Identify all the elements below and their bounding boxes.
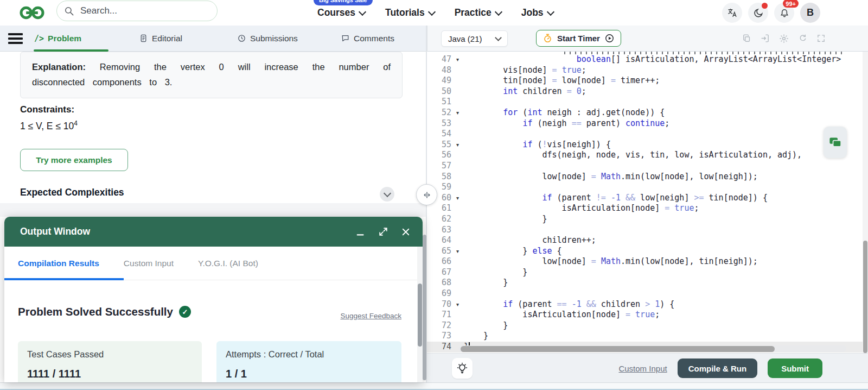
- search-bar[interactable]: [56, 1, 218, 21]
- hamburger-menu[interactable]: [8, 33, 23, 44]
- code-line-52[interactable]: 52▾ for (int neigh : adj.get(node)) {: [427, 108, 868, 118]
- fold-spacer: [451, 214, 464, 225]
- code-line-64[interactable]: 64 children++;: [427, 235, 868, 246]
- line-number: 55: [427, 140, 451, 150]
- code-line-61[interactable]: 61 isArticulation[node] = true;: [427, 203, 868, 214]
- constraints-label: Constraints:: [20, 104, 74, 115]
- code-line-57[interactable]: 57: [427, 161, 868, 172]
- line-number: 65: [427, 246, 451, 257]
- code-line-73[interactable]: 73 }: [427, 331, 868, 342]
- compile-run-button[interactable]: Compile & Run: [678, 358, 758, 378]
- fold-spacer: [451, 76, 464, 86]
- fold-spacer: [451, 320, 464, 331]
- code-line-68[interactable]: 68 }: [427, 278, 868, 288]
- line-number: 68: [427, 278, 451, 288]
- editor-vscroll-track[interactable]: [863, 52, 868, 353]
- panel-resize-handle[interactable]: [416, 184, 437, 205]
- code-editor[interactable]: 47▾ boolean[] isArticulation, ArrayList<…: [427, 52, 868, 353]
- code-line-63[interactable]: 63: [427, 225, 868, 236]
- code-line-56[interactable]: 56 dfs(neigh, node, vis, tin, low, isArt…: [427, 150, 868, 161]
- editor-hscroll-thumb[interactable]: [461, 346, 775, 352]
- fold-spacer: [451, 225, 464, 236]
- clock-icon: [237, 34, 246, 43]
- line-number: 74: [427, 342, 451, 353]
- code-line-60[interactable]: 60▾ if (parent != -1 && low[neigh] >= ti…: [427, 193, 868, 204]
- left-panel-scrollbar[interactable]: [423, 235, 426, 380]
- gfg-logo[interactable]: [18, 2, 46, 24]
- expected-complexities-heading: Expected Complexities: [20, 187, 124, 198]
- notifications-button[interactable]: 99+: [774, 3, 794, 23]
- fold-arrow-icon[interactable]: ▾: [451, 140, 464, 150]
- line-number: 52: [427, 108, 451, 118]
- code-line-70[interactable]: 70▾ if (parent == -1 && children > 1) {: [427, 299, 868, 310]
- reset-code-icon[interactable]: [798, 34, 807, 43]
- translate-icon[interactable]: [722, 3, 742, 23]
- expected-complexities-toggle[interactable]: [380, 187, 394, 202]
- output-active-tab-underline: [4, 278, 124, 280]
- code-line-62[interactable]: 62 }: [427, 214, 868, 225]
- code-line-49[interactable]: 49 tin[node] = low[node] = timer++;: [427, 76, 868, 86]
- output-scrollbar-thumb[interactable]: [418, 284, 422, 347]
- output-window-header[interactable]: Output Window: [4, 217, 423, 247]
- expand-icon[interactable]: [378, 227, 388, 237]
- output-tab-custom-input[interactable]: Custom Input: [124, 259, 174, 268]
- nav-item-courses[interactable]: Courses: [317, 7, 365, 18]
- nav-item-jobs[interactable]: Jobs: [521, 7, 553, 18]
- suggest-feedback-link[interactable]: Suggest Feedback: [340, 312, 401, 320]
- fold-arrow-icon[interactable]: ▾: [451, 54, 464, 65]
- copy-code-icon[interactable]: [742, 34, 751, 43]
- doc-icon: [139, 34, 148, 43]
- settings-gear-icon[interactable]: [779, 34, 789, 43]
- start-timer-button[interactable]: Start Timer: [536, 30, 621, 47]
- code-line-69[interactable]: 69: [427, 288, 868, 299]
- fullscreen-icon[interactable]: [816, 34, 826, 43]
- fold-arrow-icon[interactable]: ▾: [451, 299, 464, 310]
- tab-problem[interactable]: />Problem: [34, 26, 81, 51]
- tab-editorial[interactable]: Editorial: [139, 26, 182, 51]
- nav-item-practice[interactable]: Practice: [455, 7, 501, 18]
- import-code-icon[interactable]: [761, 34, 770, 43]
- nav-item-tutorials[interactable]: Tutorials: [385, 7, 435, 18]
- code-line-59[interactable]: 59: [427, 182, 868, 193]
- code-line-66[interactable]: 66 low[node] = Math.min(low[node], tin[n…: [427, 256, 868, 267]
- code-line-65[interactable]: 65▾ } else {: [427, 246, 868, 257]
- minimize-icon[interactable]: [356, 226, 366, 238]
- chat-help-button[interactable]: [824, 127, 847, 158]
- code-line-50[interactable]: 50 int children = 0;: [427, 86, 868, 97]
- editor-hscroll-track[interactable]: [458, 345, 846, 352]
- search-input[interactable]: [79, 5, 190, 17]
- submit-button[interactable]: Submit: [768, 358, 822, 378]
- close-icon[interactable]: [401, 227, 411, 237]
- code-line-58[interactable]: 58 low[node] = Math.min(low[node], low[n…: [427, 172, 868, 183]
- line-number: 57: [427, 161, 451, 172]
- code-line-51[interactable]: 51: [427, 97, 868, 108]
- output-tab-y-o-g-i-ai-bot-[interactable]: Y.O.G.I. (AI Bot): [198, 259, 258, 268]
- line-number: 62: [427, 214, 451, 225]
- output-tab-compilation-results[interactable]: Compilation Results: [18, 259, 99, 268]
- page: Big Savings Sale CoursesTutorialsPractic…: [0, 0, 868, 390]
- code-line-67[interactable]: 67 }: [427, 267, 868, 278]
- code-line-55[interactable]: 55▾ if (!vis[neigh]) {: [427, 140, 868, 150]
- code-line-72[interactable]: 72 }: [427, 320, 868, 331]
- code-line-54[interactable]: 54: [427, 129, 868, 140]
- dark-mode-toggle[interactable]: [748, 3, 768, 23]
- editor-vscroll-thumb[interactable]: [863, 241, 867, 353]
- fold-arrow-icon[interactable]: ▾: [451, 193, 464, 204]
- code-line-71[interactable]: 71 isArticulation[node] = true;: [427, 310, 868, 320]
- code-area[interactable]: 47▾ boolean[] isArticulation, ArrayList<…: [427, 54, 868, 353]
- fold-spacer: [451, 150, 464, 161]
- user-avatar[interactable]: B: [800, 3, 820, 23]
- fold-arrow-icon[interactable]: ▾: [451, 108, 464, 118]
- try-more-examples-button[interactable]: Try more examples: [20, 149, 128, 171]
- tab-submissions[interactable]: Submissions: [237, 26, 298, 51]
- code-line-47[interactable]: 47▾ boolean[] isArticulation, ArrayList<…: [427, 54, 868, 65]
- bottom-strip: [0, 382, 868, 390]
- custom-input-link[interactable]: Custom Input: [618, 364, 667, 373]
- code-line-48[interactable]: 48 vis[node] = true;: [427, 65, 868, 76]
- output-scrollbar-track[interactable]: [417, 247, 423, 382]
- tab-comments[interactable]: Comments: [341, 26, 394, 51]
- hint-button[interactable]: [452, 358, 473, 379]
- code-line-53[interactable]: 53 if (neigh == parent) continue;: [427, 118, 868, 129]
- language-select[interactable]: Java (21): [441, 30, 508, 47]
- fold-arrow-icon[interactable]: ▾: [451, 246, 464, 257]
